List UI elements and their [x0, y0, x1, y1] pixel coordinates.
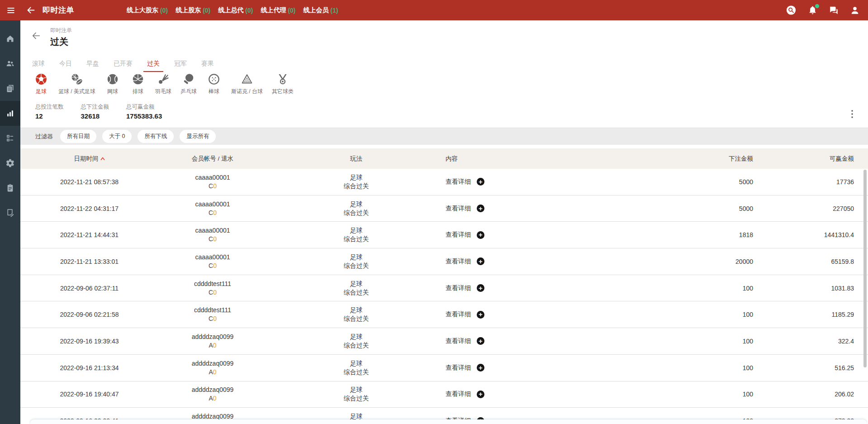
filter-chip[interactable]: 所有下线 [138, 130, 174, 143]
cell-play: 足球 综合过关 [267, 386, 446, 403]
back-arrow-icon[interactable] [25, 5, 36, 16]
expand-detail-icon[interactable] [477, 257, 484, 265]
sidebar-item-ballot[interactable] [0, 126, 20, 151]
rebate-letter: C [209, 235, 213, 243]
topbar-link-count: (0) [245, 7, 253, 14]
expand-detail-icon[interactable] [477, 205, 484, 212]
tab[interactable]: 早盘 [79, 56, 106, 72]
topbar-link[interactable]: 线上代理(0) [261, 6, 295, 14]
page-header: 即时注单 过关 [31, 27, 72, 48]
subtabs: 滚球 今日 早盘 已开赛 过关 冠军 赛果 [25, 56, 221, 72]
tab[interactable]: 已开赛 [106, 56, 140, 72]
menu-icon[interactable] [5, 5, 16, 16]
sport-item-badminton[interactable]: 羽毛球 [155, 73, 171, 95]
view-detail-link[interactable]: 查看详细 [446, 205, 471, 213]
view-detail-link[interactable]: 查看详细 [446, 257, 471, 266]
search-icon[interactable] [786, 5, 796, 15]
sidebar-item-bets[interactable] [0, 101, 20, 126]
col-bet-amount[interactable]: 下注金额 [629, 155, 753, 163]
cell-datetime: 2022-09-16 19:39:43 [20, 338, 158, 345]
tennis-icon [106, 73, 119, 86]
sport-item-tennis[interactable]: 网球 [104, 73, 121, 95]
sport-label: 羽毛球 [155, 88, 171, 95]
filter-chip[interactable]: 所有日期 [60, 130, 96, 143]
topbar-link[interactable]: 线上大股东(0) [127, 6, 168, 14]
table-row: 2022-09-16 19:40:47 addddzaq0099 A0 足球 综… [20, 381, 868, 408]
rebate-letter: C [209, 289, 213, 296]
sidebar-item-settings[interactable] [0, 151, 20, 176]
page-back-arrow-icon[interactable] [31, 31, 41, 41]
notifications-bell-icon[interactable] [807, 5, 817, 15]
sidebar-item-home[interactable] [0, 26, 20, 51]
sidebar-item-tasks[interactable] [0, 176, 20, 200]
snooker-icon [241, 73, 253, 86]
tab[interactable]: 冠军 [167, 56, 194, 72]
cell-account: caaaa00001 C0 [158, 226, 267, 243]
topbar-link-label: 线上股东 [175, 6, 201, 14]
sport-item-snooker[interactable]: 斯诺克 / 台球 [231, 73, 263, 95]
topbar-link[interactable]: 线上股东(0) [175, 6, 210, 14]
view-detail-link[interactable]: 查看详细 [446, 231, 471, 239]
view-detail-link[interactable]: 查看详细 [446, 284, 471, 292]
view-detail-link[interactable]: 查看详细 [446, 337, 471, 345]
expand-detail-icon[interactable] [477, 391, 484, 398]
sidebar [0, 20, 20, 424]
sidebar-item-logs[interactable] [0, 200, 20, 225]
account-person-icon[interactable] [850, 5, 860, 15]
view-detail-link[interactable]: 查看详细 [446, 178, 471, 186]
stat: 总投注笔数 12 [35, 103, 64, 120]
expand-detail-icon[interactable] [477, 311, 484, 319]
filter-chip[interactable]: 显示所有 [180, 130, 216, 143]
topbar-link-label: 线上大股东 [127, 6, 158, 14]
expand-detail-icon[interactable] [477, 337, 484, 345]
cell-win-amount: 516.25 [753, 364, 854, 372]
filter-chip[interactable]: 大于 0 [102, 130, 132, 143]
col-account[interactable]: 会员帐号 / 退水 [158, 155, 267, 163]
col-datetime[interactable]: 日期时间 [20, 155, 158, 163]
sport-item-basketball-football[interactable]: 篮球 / 美式足球 [58, 73, 95, 95]
cell-datetime: 2022-09-06 02:37:11 [20, 285, 158, 292]
rebate-letter: A [209, 395, 213, 402]
sport-label: 其它球类 [272, 88, 294, 95]
cell-play: 足球 综合过关 [267, 333, 446, 350]
view-detail-link[interactable]: 查看详细 [446, 310, 471, 319]
summary-stats: 总投注笔数 12 总下注金额 32618 总可赢金额 1755383.63 [35, 103, 162, 120]
cell-datetime: 2022-11-21 14:44:31 [20, 231, 158, 238]
topbar-link-count: (1) [331, 7, 338, 14]
expand-detail-icon[interactable] [477, 231, 484, 239]
cell-win-amount: 65159.8 [753, 258, 854, 265]
play-sport: 足球 [267, 173, 446, 182]
tab[interactable]: 今日 [52, 56, 79, 72]
play-sport: 足球 [267, 306, 446, 314]
table-row: 2022-11-21 14:44:31 caaaa00001 C0 足球 综合过… [20, 222, 868, 248]
col-content[interactable]: 内容 [446, 155, 629, 163]
sport-item-other[interactable]: 其它球类 [272, 73, 294, 95]
play-type: 综合过关 [267, 182, 446, 191]
chat-icon[interactable] [829, 5, 839, 15]
tab[interactable]: 赛果 [194, 56, 221, 72]
tab[interactable]: 滚球 [25, 56, 52, 72]
vertical-scrollbar-thumb[interactable] [863, 170, 867, 367]
rebate-letter: C [209, 315, 213, 322]
expand-detail-icon[interactable] [477, 284, 484, 292]
view-detail-link[interactable]: 查看详细 [446, 390, 471, 398]
tab[interactable]: 过关 [140, 56, 167, 72]
more-options-kebab-icon[interactable] [849, 109, 855, 119]
expand-detail-icon[interactable] [477, 364, 484, 372]
view-detail-link[interactable]: 查看详细 [446, 364, 471, 372]
sidebar-item-reports[interactable] [0, 76, 20, 101]
expand-detail-icon[interactable] [477, 178, 484, 186]
cell-content: 查看详细 [446, 205, 629, 213]
sport-item-table-tennis[interactable]: 乒乓球 [180, 73, 197, 95]
sport-item-volleyball[interactable]: 排球 [130, 73, 146, 95]
col-play[interactable]: 玩法 [267, 155, 446, 163]
topbar-link[interactable]: 线上总代(0) [218, 6, 253, 14]
topbar-link[interactable]: 线上会员(1) [304, 6, 338, 14]
sidebar-item-members[interactable] [0, 51, 20, 76]
table-row: 2022-11-21 08:57:38 caaaa00001 C0 足球 综合过… [20, 169, 868, 195]
sport-item-baseball[interactable]: 棒球 [206, 73, 222, 95]
col-win-amount[interactable]: 可赢金额 [753, 155, 854, 163]
play-sport: 足球 [267, 333, 446, 341]
cell-bet-amount: 20000 [629, 258, 753, 265]
sport-item-soccer[interactable]: 足球 [33, 73, 49, 95]
